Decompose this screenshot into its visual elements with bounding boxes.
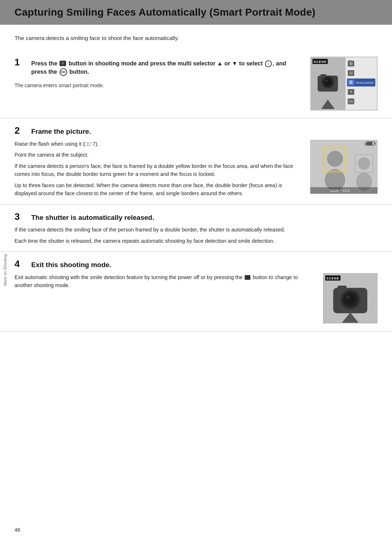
step2-content: Raise the flash when using it (□□ 7). Po… (15, 140, 377, 198)
camera-icon-step4 (245, 275, 250, 280)
page-title: Capturing Smiling Faces Automatically (S… (15, 7, 377, 18)
step2-p4: Up to three faces can be detected. When … (15, 181, 303, 198)
step3-p1: If the camera detects the smiling face o… (15, 226, 377, 234)
step4-text: Exit automatic shooting with the smile d… (15, 273, 316, 290)
step4-title: Exit this shooting mode. (31, 261, 111, 270)
step3-number: 3 (15, 212, 28, 221)
smile-icon-inline: ☺ (265, 60, 272, 67)
svg-point-10 (324, 78, 331, 86)
svg-point-43 (358, 157, 370, 170)
step1-subtext: The camera enters smart portrait mode. (15, 82, 303, 88)
step2-title: Frame the picture. (31, 127, 91, 136)
svg-rect-57 (338, 286, 347, 290)
step1-content: 1 Press the button in shooting mode and … (15, 57, 377, 112)
step2-header: 2 Frame the picture. (15, 125, 377, 136)
svg-text:Smart portrait: Smart portrait (356, 81, 373, 84)
svg-rect-36 (375, 143, 376, 144)
step2-image: ⚙ (310, 140, 377, 195)
step1-header: 1 Press the button in shooting mode and … (15, 57, 303, 79)
step3-text: If the camera detects the smiling face o… (15, 226, 377, 245)
step-4: 4 Exit this shooting mode. Exit automati… (0, 252, 392, 331)
svg-text:F3.4: F3.4 (343, 189, 350, 193)
ok-icon-inline: OK (60, 68, 67, 76)
step1-number: 1 (15, 57, 28, 67)
svg-text:SCENE: SCENE (314, 60, 327, 64)
svg-point-56 (346, 295, 350, 299)
step2-text: Raise the flash when using it (□□ 7). Po… (15, 140, 303, 198)
svg-text:✦: ✦ (350, 90, 352, 94)
svg-point-17 (349, 62, 353, 65)
scene-selector-svg: SCENE (310, 57, 377, 110)
scene-exit-svg: SCENE (323, 273, 377, 323)
page-number: 46 (15, 527, 20, 533)
step3-p2: Each time the shutter is released, the c… (15, 237, 377, 245)
step4-p1: Exit automatic shooting with the smile d… (15, 273, 316, 290)
svg-text:1/125: 1/125 (330, 189, 339, 193)
svg-rect-21 (349, 72, 353, 74)
svg-point-55 (345, 294, 356, 305)
svg-text:SCENE: SCENE (326, 277, 339, 280)
step1-image: SCENE (310, 57, 377, 112)
svg-text:⚙: ⚙ (364, 142, 368, 147)
step2-p2: Point the camera at the subject. (15, 151, 303, 159)
sidebar-label: More on Shooting (3, 254, 7, 286)
step4-header: 4 Exit this shooting mode. (15, 258, 377, 270)
svg-rect-18 (349, 60, 351, 62)
step1-title: Press the button in shooting mode and pr… (31, 59, 303, 76)
intro-text: The camera detects a smiling face to sho… (0, 35, 392, 41)
step1-text: 1 Press the button in shooting mode and … (15, 57, 303, 88)
svg-point-39 (327, 151, 343, 167)
step2-p3: If the camera detects a person's face, t… (15, 162, 303, 178)
step-3: 3 The shutter is automatically released.… (0, 205, 392, 252)
step-1: 1 Press the button in shooting mode and … (0, 50, 392, 118)
viewfinder-svg: ⚙ (310, 140, 377, 194)
svg-rect-33 (349, 100, 353, 103)
camera-icon-inline (60, 61, 66, 66)
step3-title: The shutter is automatically released. (31, 213, 154, 222)
step4-number: 4 (15, 259, 28, 269)
step2-p1: Raise the flash when using it (□□ 7). (15, 140, 303, 148)
step-2: 2 Frame the picture. Raise the flash whe… (0, 118, 392, 205)
svg-rect-12 (320, 74, 326, 77)
step3-header: 3 The shutter is automatically released. (15, 211, 377, 222)
page-header: Capturing Smiling Faces Automatically (S… (0, 0, 392, 25)
svg-point-11 (325, 80, 327, 82)
svg-point-25 (350, 81, 351, 82)
step2-number: 2 (15, 126, 28, 135)
page-container: Capturing Smiling Faces Automatically (S… (0, 0, 392, 353)
svg-point-26 (351, 81, 352, 82)
step4-content: Exit automatic shooting with the smile d… (15, 273, 377, 325)
step4-image: SCENE (323, 273, 377, 325)
